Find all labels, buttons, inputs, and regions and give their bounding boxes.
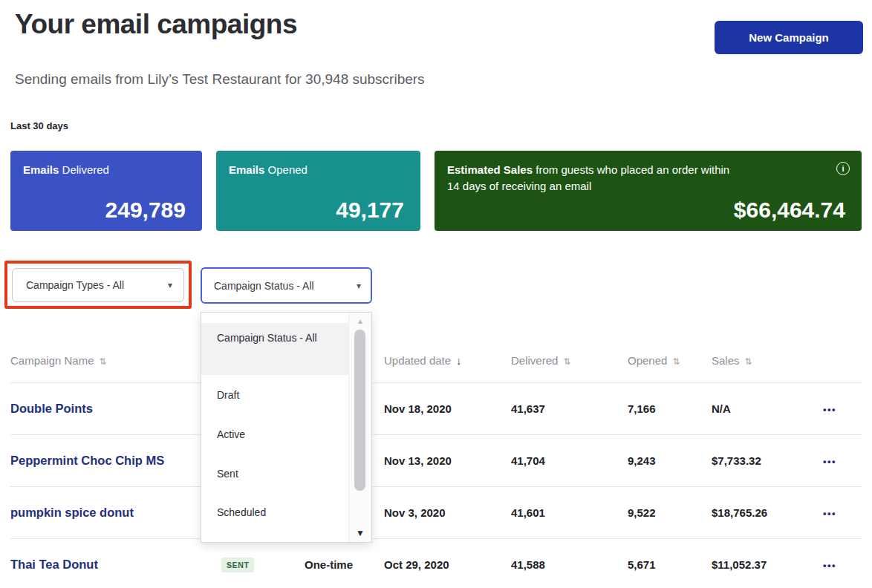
row-actions-button[interactable]: ••• <box>823 404 836 415</box>
actions-cell: ••• <box>823 506 862 519</box>
table-row: pumpkin spice donut Nov 3, 2020 41,601 9… <box>10 487 862 539</box>
table-header-row: Campaign Name⇅ Updated date↓ Delivered⇅ … <box>10 338 862 383</box>
emails-delivered-label: Emails Delivered <box>10 151 202 178</box>
campaign-name-link[interactable]: Thai Tea Donut <box>10 558 221 572</box>
campaign-status-dropdown-label: Campaign Status - All <box>214 280 314 292</box>
delivered-cell: 41,588 <box>511 558 628 571</box>
delivered-cell: 41,601 <box>511 506 628 519</box>
campaign-types-dropdown[interactable]: Campaign Types - All ▾ <box>12 268 184 302</box>
column-header-campaign-name[interactable]: Campaign Name⇅ <box>10 354 221 367</box>
row-actions-button[interactable]: ••• <box>823 508 836 519</box>
opened-cell: 9,243 <box>628 454 712 467</box>
emails-delivered-card: Emails Delivered 249,789 <box>10 151 202 231</box>
emails-opened-value: 49,177 <box>336 197 404 223</box>
column-header-delivered[interactable]: Delivered⇅ <box>511 354 628 367</box>
sort-icon: ⇅ <box>563 356 570 367</box>
campaigns-table: Campaign Name⇅ Updated date↓ Delivered⇅ … <box>10 338 862 588</box>
email-campaigns-page: Your email campaigns New Campaign Sendin… <box>0 0 872 588</box>
campaign-name-link[interactable]: pumpkin spice donut <box>10 506 221 520</box>
column-header-sales[interactable]: Sales⇅ <box>712 354 823 367</box>
estimated-sales-value: $66,464.74 <box>734 197 845 223</box>
scroll-down-icon[interactable]: ▼ <box>349 528 371 538</box>
status-cell: SENT <box>221 558 305 572</box>
column-header-opened[interactable]: Opened⇅ <box>628 354 712 367</box>
row-actions-button[interactable]: ••• <box>823 560 836 571</box>
updated-date-cell: Nov 3, 2020 <box>384 506 511 519</box>
actions-cell: ••• <box>823 454 862 467</box>
sales-cell: N/A <box>712 402 823 415</box>
campaign-name-link[interactable]: Peppermint Choc Chip MS <box>10 454 221 468</box>
updated-date-cell: Oct 29, 2020 <box>384 558 511 571</box>
campaign-types-dropdown-label: Campaign Types - All <box>26 279 124 291</box>
chevron-down-icon: ▾ <box>357 281 361 291</box>
emails-delivered-value: 249,789 <box>105 197 186 223</box>
new-campaign-button[interactable]: New Campaign <box>715 21 863 54</box>
campaign-name-link[interactable]: Double Points <box>10 402 221 416</box>
sales-cell: $11,052.37 <box>712 558 823 571</box>
emails-opened-card: Emails Opened 49,177 <box>216 151 420 231</box>
emails-opened-label: Emails Opened <box>216 151 420 178</box>
table-row: Peppermint Choc Chip MS Nov 13, 2020 41,… <box>10 435 862 487</box>
menu-option-draft[interactable]: Draft <box>201 376 350 414</box>
opened-cell: 7,166 <box>628 402 712 415</box>
sort-icon: ⇅ <box>745 356 752 367</box>
estimated-sales-card: Estimated Sales from guests who placed a… <box>435 151 862 231</box>
scrollbar[interactable]: ▲ ▼ <box>348 313 371 542</box>
table-row: Thai Tea Donut SENT One-time Oct 29, 202… <box>10 539 862 588</box>
menu-option-active[interactable]: Active <box>201 415 350 454</box>
menu-option-scheduled[interactable]: Scheduled <box>201 493 350 532</box>
updated-date-cell: Nov 18, 2020 <box>384 402 511 415</box>
scrollbar-thumb[interactable] <box>354 330 365 491</box>
actions-cell: ••• <box>823 558 862 571</box>
opened-cell: 9,522 <box>628 506 712 519</box>
type-cell: One-time <box>305 558 384 571</box>
row-actions-button[interactable]: ••• <box>823 456 836 467</box>
opened-cell: 5,671 <box>628 558 712 571</box>
delivered-cell: 41,637 <box>511 402 628 415</box>
sort-icon: ⇅ <box>100 356 107 367</box>
updated-date-cell: Nov 13, 2020 <box>384 454 511 467</box>
column-header-updated-date[interactable]: Updated date↓ <box>384 354 511 367</box>
page-title: Your email campaigns <box>15 9 297 40</box>
sort-icon: ⇅ <box>672 356 680 367</box>
sort-desc-icon: ↓ <box>456 354 462 367</box>
period-label: Last 30 days <box>10 120 68 131</box>
actions-cell: ••• <box>823 402 862 415</box>
info-icon[interactable]: i <box>836 162 850 175</box>
sales-cell: $7,733.32 <box>712 454 823 467</box>
chevron-down-icon: ▾ <box>168 280 172 290</box>
table-row: Double Points Nov 18, 2020 41,637 7,166 … <box>10 383 862 435</box>
scroll-up-icon[interactable]: ▲ <box>349 317 371 325</box>
sales-cell: $18,765.26 <box>712 506 823 519</box>
menu-option-all[interactable]: Campaign Status - All <box>201 323 350 375</box>
delivered-cell: 41,704 <box>511 454 628 467</box>
menu-option-sent[interactable]: Sent <box>201 454 350 493</box>
estimated-sales-label: Estimated Sales from guests who placed a… <box>435 151 756 195</box>
campaign-status-menu: Campaign Status - All Draft Active Sent … <box>201 312 372 543</box>
page-subtitle: Sending emails from Lily’s Test Restaura… <box>15 71 425 88</box>
status-badge: SENT <box>221 558 254 572</box>
campaign-status-dropdown[interactable]: Campaign Status - All ▾ <box>201 267 372 304</box>
